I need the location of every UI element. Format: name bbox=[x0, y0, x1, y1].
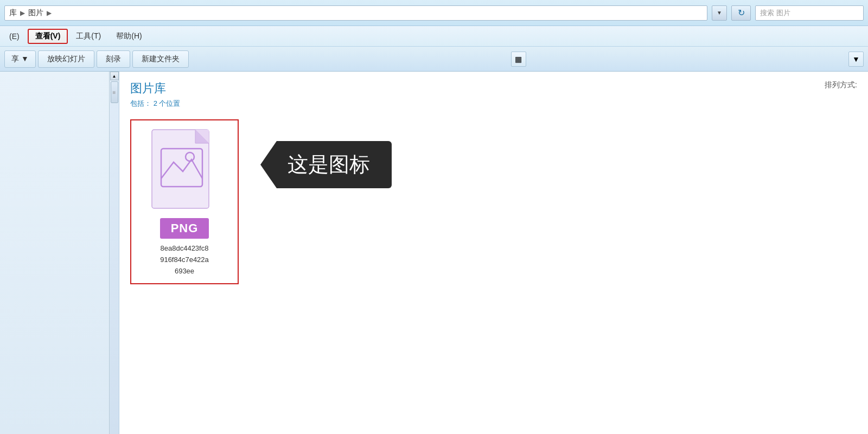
scroll-up-button[interactable]: ▲ bbox=[110, 72, 119, 80]
refresh-button[interactable]: ↻ bbox=[731, 5, 751, 21]
path-arrow-2: ▶ bbox=[47, 9, 52, 17]
file-name-label: 8ea8dc4423fc8916f84c7e422a693ee bbox=[160, 243, 209, 277]
library-title: 图片库 bbox=[130, 80, 857, 97]
menu-item-tools[interactable]: 工具(T) bbox=[69, 29, 108, 44]
search-box[interactable]: 搜索 图片 bbox=[755, 5, 864, 21]
menu-item-edit[interactable]: (E) bbox=[2, 29, 27, 44]
file-icon-selected[interactable]: PNG 8ea8dc4423fc8916f84c7e422a693ee bbox=[130, 119, 239, 284]
new-folder-button[interactable]: 新建文件夹 bbox=[132, 50, 189, 68]
slideshow-button[interactable]: 放映幻灯片 bbox=[38, 50, 94, 68]
main-area: ▲ 排列方式: 图片库 包括： 2 个位置 bbox=[0, 72, 868, 434]
path-dropdown-button[interactable]: ▼ bbox=[712, 5, 727, 21]
address-path[interactable]: 库 ▶ 图片 ▶ bbox=[4, 5, 707, 21]
content-area: 排列方式: 图片库 包括： 2 个位置 bbox=[119, 72, 868, 434]
tooltip-text: 这是图标 bbox=[260, 141, 392, 188]
menu-bar: (E) 查看(V) 工具(T) 帮助(H) bbox=[0, 26, 868, 47]
search-placeholder: 搜索 图片 bbox=[760, 8, 790, 18]
burn-button[interactable]: 刻录 bbox=[97, 50, 130, 68]
includes-label: 包括： bbox=[130, 99, 151, 107]
file-type-badge: PNG bbox=[160, 218, 209, 239]
path-part-1: 库 bbox=[9, 8, 17, 18]
view-dropdown-button[interactable]: ▼ bbox=[848, 52, 864, 67]
path-part-2: 图片 bbox=[28, 8, 43, 18]
library-subtitle: 包括： 2 个位置 bbox=[130, 99, 857, 108]
sidebar: ▲ bbox=[0, 72, 119, 434]
share-button[interactable]: 享 ▼ bbox=[4, 50, 36, 68]
toolbar: 享 ▼ 放映幻灯片 刻录 新建文件夹 ▦ ▼ bbox=[0, 47, 868, 72]
menu-item-help[interactable]: 帮助(H) bbox=[109, 29, 149, 44]
view-options-button[interactable]: ▦ bbox=[511, 52, 526, 67]
menu-item-view[interactable]: 查看(V) bbox=[28, 29, 68, 44]
file-icon-image bbox=[149, 127, 220, 214]
includes-count: 2 个位置 bbox=[154, 99, 181, 107]
address-bar: 库 ▶ 图片 ▶ ▼ ↻ 搜索 图片 bbox=[0, 0, 868, 26]
tooltip-container: 这是图标 bbox=[260, 141, 392, 188]
scrollbar-thumb[interactable] bbox=[111, 81, 118, 103]
sort-label: 排列方式: bbox=[825, 80, 857, 90]
files-area: PNG 8ea8dc4423fc8916f84c7e422a693ee 这是图标 bbox=[130, 119, 857, 284]
sidebar-scrollbar[interactable]: ▲ bbox=[109, 72, 119, 434]
path-arrow-1: ▶ bbox=[20, 9, 25, 17]
